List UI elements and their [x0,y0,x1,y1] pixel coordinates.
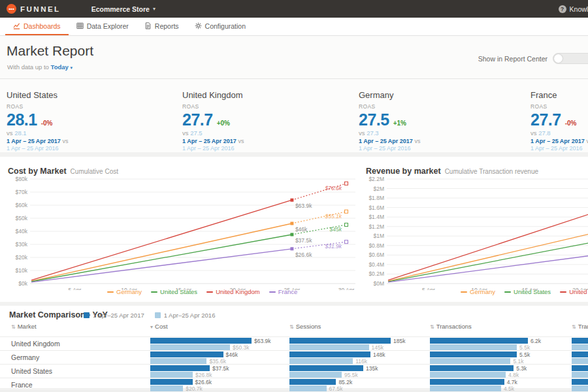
legend-dash-icon [151,291,157,293]
sort-desc-icon: ▾ [150,324,153,330]
legend-item-germany[interactable]: Germany [461,288,495,295]
tab-reports[interactable]: Reports [137,18,187,35]
funnel-logo[interactable]: ••• FUNNEL [0,4,61,14]
legend-item-united-states[interactable]: United States [504,288,551,295]
svg-text:$1.2M: $1.2M [368,223,384,230]
svg-text:$1.6M: $1.6M [368,204,384,211]
kpi-period-current[interactable]: 1 Apr – 25 Apr 2017 vs [359,138,535,144]
svg-text:$76.6k: $76.6k [324,185,342,191]
sessions-value-2016: 116k [355,358,367,365]
column-label: Transac [578,323,588,330]
legend-item-france[interactable]: France [269,288,298,295]
tab-dashboards[interactable]: Dashboards [5,18,69,35]
kpi-delta: -0% [565,120,577,127]
kpi-country: France [531,90,588,100]
legend-label: United States [514,288,551,295]
cost-bar-2016: $26.8k [150,372,193,378]
table-row-united-states[interactable]: United States$37.5k$26.8k135k95.5k5.3k4.… [0,364,588,378]
transac-bar-2016 [572,344,588,350]
kpi-period-previous[interactable]: 1 Apr – 25 Apr 2016 [7,145,183,152]
table-row-united-kingdom[interactable]: United Kingdom$63.9k$50.3k185k145k6.2k5.… [0,336,588,350]
market-cell: United Kingdom [11,337,60,351]
transactions-bar-2017: 6.2k [430,338,528,344]
cost-bars: $37.5k$26.8k [150,365,210,378]
chart-line-icon [13,22,20,29]
kpi-value-row: 27.7+0% [182,110,359,129]
transac-bars [572,351,588,364]
svg-text:$2M: $2M [373,186,384,192]
sessions-bars: 85.2k67.5k [289,379,336,391]
legend-item-germany[interactable]: Germany [107,288,142,295]
kpi-period-current[interactable]: 1 Apr – 25 Apr 2017 vs [531,138,588,144]
report-center-toggle[interactable] [553,53,588,64]
page-title: Market Report [7,43,93,59]
cost-value-2017: $63.9k [254,338,271,344]
kpi-period-previous[interactable]: 1 Apr – 25 Apr 2016 [182,145,359,152]
legend-dash-icon [206,291,213,293]
sessions-bar-2016: 145k [289,344,369,350]
table-row-france[interactable]: France$26.6k$20.7k85.2k67.5k4.7k4.5k [0,378,588,391]
svg-text:$63.9k: $63.9k [295,203,312,209]
cost-value-2016: $26.8k [195,372,212,378]
kpi-value-row: 28.1-0% [7,110,183,129]
kpi-period-current[interactable]: 1 Apr – 25 Apr 2017 vs [7,138,183,144]
revenue-by-market-chart: Revenue by marketCumulative Transaction … [361,157,588,302]
vs-label: vs [238,138,244,144]
svg-text:$37.5k: $37.5k [295,237,312,244]
column-header-cost[interactable]: ▾Cost [150,323,168,330]
kpi-metric-label: ROAS [531,103,588,110]
kpi-vs-row: vs 27.5 [182,129,359,137]
transactions-value-2017: 5.5k [519,351,530,358]
legend-item-united-kingdom[interactable]: United Kingdom [206,288,260,295]
column-header-market[interactable]: ⇅Market [11,323,37,330]
account-selector[interactable]: Ecommerce Store ▾ [91,5,155,13]
kpi-card-france: FranceROAS27.7-0%vs 27.81 Apr – 25 Apr 2… [531,90,588,152]
legend-label: United Kingdom [216,288,260,295]
legend-item-united-states[interactable]: United States [151,288,197,295]
kpi-value: 28.1 [7,110,37,129]
legend-label: Germany [116,288,142,295]
svg-text:$0M: $0M [373,280,384,287]
sessions-value-2016: 145k [372,344,384,351]
show-in-report-center-label: Show in Report Center [478,55,547,63]
cost-chart-plot[interactable]: $0k$10k$20k$30k$40k$50k$60k$70k$80k5 Apr… [3,175,355,293]
market-cell: United States [11,365,52,378]
svg-text:$1.4M: $1.4M [368,214,384,220]
legend-swatch-dark [84,312,90,318]
tab-label: Data Explorer [87,22,129,30]
column-header-transactions[interactable]: ⇅Transactions [430,323,472,330]
table-legend-label: 1 Apr–25 Apr 2017 [93,312,144,319]
sort-icon: ⇅ [289,324,294,330]
svg-text:$0k: $0k [18,280,27,287]
transactions-bar-2016: 5.1k [430,358,510,364]
cost-bars: $26.6k$20.7k [150,379,193,391]
revenue-chart-plot[interactable]: $0M$0.2M$0.4M$0.6M$0.8M$1M$1.2M$1.4M$1.6… [361,175,588,293]
tab-label: Dashboards [24,22,61,30]
kpi-country: United Kingdom [182,90,359,100]
legend-item-united-kingdom[interactable]: United Kingdom [560,288,588,295]
column-header-transac[interactable]: ⇅Transac [572,323,588,330]
kpi-period-previous[interactable]: 1 Apr – 25 Apr 2016 [359,145,535,152]
kpi-period-current[interactable]: 1 Apr – 25 Apr 2017 vs [182,138,359,144]
column-header-sessions[interactable]: ⇅Sessions [289,323,321,330]
kpi-previous-value: 28.1 [14,129,27,137]
transac-bar-2016 [572,358,588,364]
svg-text:$30k: $30k [16,241,28,248]
legend-label: United Kingdom [569,288,588,295]
table-row-germany[interactable]: Germany$46k$35.6k148k116k5.5k5.1k [0,350,588,364]
cost-bar-2017: $37.5k [150,365,210,371]
transactions-bar-2017: 5.5k [430,351,517,357]
kpi-period-previous[interactable]: 1 Apr – 25 Apr 2016 [531,145,588,152]
data-up-to-dropdown[interactable]: Today ▾ [51,63,73,71]
kpi-section: United StatesROAS28.1-0%vs 28.11 Apr – 2… [0,79,588,152]
tab-data-explorer[interactable]: Data Explorer [69,18,137,35]
transactions-bars: 5.5k5.1k [430,351,517,364]
sessions-bar-2016: 67.5k [289,385,327,391]
charts-section: Cost by MarketCumulative Cost $0k$10k$20… [0,157,588,302]
tab-configuration[interactable]: Configuration [187,18,253,35]
transac-bar-2016 [572,385,588,391]
vs-label: vs [359,129,365,137]
kpi-card-united-states: United StatesROAS28.1-0%vs 28.11 Apr – 2… [7,90,183,152]
knowledge-link[interactable]: ? Knowle [559,5,588,13]
cost-bar-2017: $63.9k [150,338,252,344]
